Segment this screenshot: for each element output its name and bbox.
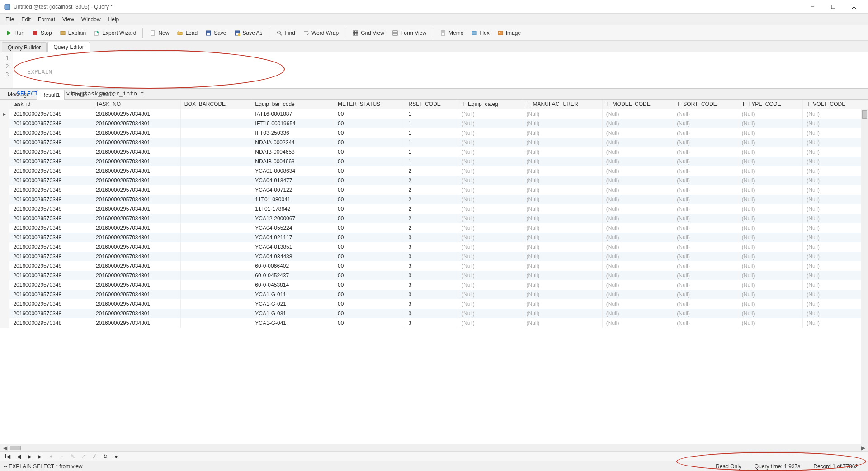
cell[interactable]: 201600002957034801 [92,290,181,299]
cell[interactable]: 00 [334,233,405,242]
cell[interactable]: (Null) [523,166,602,176]
cell[interactable]: 201600002957034801 [92,119,181,128]
find-button[interactable]: Find [273,28,298,38]
cell[interactable]: 00 [334,299,405,309]
hex-button[interactable]: Hex [468,28,492,38]
cell[interactable]: (Null) [602,280,673,290]
nav-last-button[interactable]: ▶I [36,453,44,460]
column-header[interactable]: METER_STATUS [334,100,405,109]
cell[interactable]: 00 [334,157,405,166]
table-row[interactable]: 201600002957034820160000295703480160-0-0… [0,280,868,290]
cell[interactable]: 3 [405,299,458,309]
cell[interactable]: (Null) [803,119,868,128]
cell[interactable]: (Null) [738,242,803,252]
cell[interactable]: (Null) [602,128,673,138]
cell[interactable]: (Null) [523,204,602,214]
cell[interactable]: IFT03-250336 [251,128,334,138]
horizontal-scrollbar[interactable]: ◀ ▶ [0,444,868,451]
cell[interactable]: (Null) [523,109,602,119]
cell[interactable]: (Null) [673,185,738,195]
cell[interactable]: (Null) [602,195,673,204]
cell[interactable]: (Null) [602,138,673,147]
cell[interactable] [180,309,251,318]
cell[interactable]: (Null) [602,185,673,195]
column-header[interactable]: Equip_bar_code [251,100,334,109]
cell[interactable] [180,290,251,299]
cell[interactable]: 00 [334,309,405,318]
cell[interactable]: (Null) [803,261,868,271]
cell[interactable]: (Null) [523,128,602,138]
menu-format[interactable]: Format [34,15,59,24]
cell[interactable]: (Null) [602,204,673,214]
cell[interactable]: YCA04-913477 [251,176,334,185]
cell[interactable]: (Null) [673,157,738,166]
cell[interactable]: (Null) [523,299,602,309]
cell[interactable]: YCA04-934438 [251,252,334,261]
cell[interactable]: (Null) [458,157,523,166]
cell[interactable]: 00 [334,138,405,147]
cell[interactable]: (Null) [523,233,602,242]
cell[interactable]: 201600002957034801 [92,157,181,166]
cell[interactable]: (Null) [673,299,738,309]
cell[interactable]: IAT16-0001887 [251,109,334,119]
cell[interactable]: (Null) [738,233,803,242]
cell[interactable]: 00 [334,290,405,299]
nav-remove-button[interactable]: − [58,453,66,460]
cell[interactable]: (Null) [523,147,602,157]
cell[interactable]: (Null) [673,176,738,185]
cell[interactable]: (Null) [458,119,523,128]
cell[interactable]: (Null) [458,299,523,309]
cell[interactable]: (Null) [673,261,738,271]
cell[interactable]: (Null) [523,195,602,204]
cell[interactable]: (Null) [673,318,738,328]
cell[interactable]: 00 [334,261,405,271]
table-row[interactable]: 2016000029570348201600002957034801YCA04-… [0,233,868,242]
cell[interactable]: NDAIB-0004658 [251,147,334,157]
cell[interactable]: 60-0-0452437 [251,271,334,280]
cell[interactable]: (Null) [673,280,738,290]
cell[interactable]: 00 [334,280,405,290]
cell[interactable]: (Null) [523,223,602,233]
cell[interactable]: (Null) [602,109,673,119]
cell[interactable]: (Null) [602,271,673,280]
cell[interactable]: (Null) [803,309,868,318]
cell[interactable]: 201600002957034801 [92,223,181,233]
cell[interactable]: 2016000029570348 [9,109,92,119]
table-row[interactable]: 2016000029570348201600002957034801IFT03-… [0,128,868,138]
cell[interactable]: 2 [405,204,458,214]
cell[interactable]: 2016000029570348 [9,204,92,214]
cell[interactable]: 201600002957034801 [92,233,181,242]
cell[interactable]: YCA04-055224 [251,223,334,233]
cell[interactable]: (Null) [738,309,803,318]
column-header[interactable]: T_MODEL_CODE [602,100,673,109]
table-row[interactable]: 201600002957034820160000295703480160-0-0… [0,271,868,280]
cell[interactable]: (Null) [738,290,803,299]
explain-button[interactable]: Explain [57,28,89,38]
cell[interactable]: 11T01-178642 [251,204,334,214]
cell[interactable]: (Null) [458,242,523,252]
cell[interactable] [180,128,251,138]
cell[interactable]: (Null) [738,299,803,309]
cell[interactable]: (Null) [602,252,673,261]
cell[interactable]: (Null) [602,233,673,242]
scrollbar-thumb[interactable] [10,446,21,450]
cell[interactable]: (Null) [602,223,673,233]
menu-window[interactable]: Window [78,15,104,24]
cell[interactable]: 00 [334,271,405,280]
cell[interactable]: 201600002957034801 [92,195,181,204]
cell[interactable]: (Null) [803,147,868,157]
table-row[interactable]: 2016000029570348201600002957034801YCA04-… [0,252,868,261]
table-row[interactable]: 2016000029570348201600002957034801YCA1-G… [0,290,868,299]
cell[interactable]: (Null) [738,280,803,290]
cell[interactable]: (Null) [738,318,803,328]
cell[interactable]: 2 [405,166,458,176]
cell[interactable]: YCA1-G-011 [251,290,334,299]
nav-stop-button[interactable]: ● [112,453,120,460]
cell[interactable]: (Null) [803,252,868,261]
cell[interactable]: 1 [405,128,458,138]
menu-file[interactable]: File [2,15,18,24]
cell[interactable]: 2016000029570348 [9,318,92,328]
nav-add-button[interactable]: + [47,453,55,460]
cell[interactable]: (Null) [803,242,868,252]
cell[interactable] [180,233,251,242]
